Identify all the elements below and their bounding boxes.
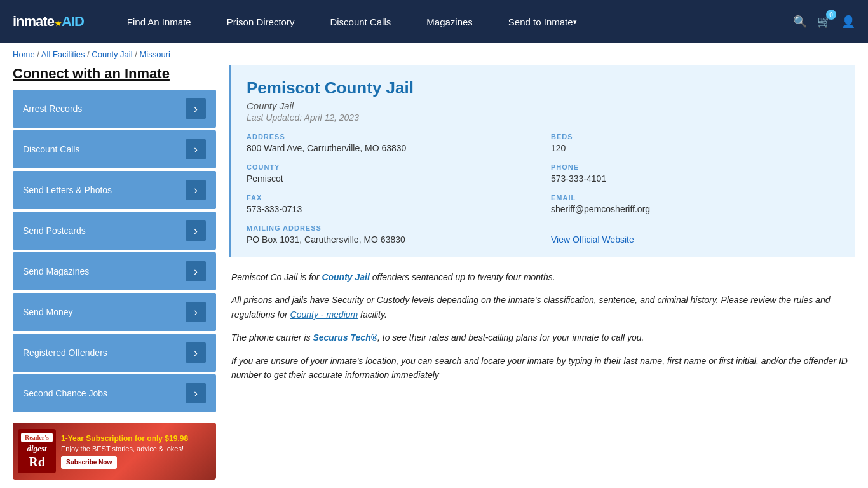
main-nav: Find An Inmate Prison Directory Discount…: [109, 0, 793, 43]
address-value: 800 Ward Ave, Carrutherville, MO 63830: [247, 143, 536, 153]
sidebar: Connect with an Inmate Arrest Records › …: [13, 65, 216, 480]
sidebar-item-send-magazines[interactable]: Send Magazines ›: [13, 252, 216, 290]
beds-block: BEDS 120: [551, 133, 840, 153]
ad-subscribe-button[interactable]: Subscribe Now: [61, 456, 117, 469]
mailing-value: PO Box 1031, Caruthersville, MO 63830: [247, 234, 536, 245]
website-block: View Official Website: [551, 224, 840, 245]
email-label: EMAIL: [551, 194, 840, 201]
ad-logo: Reader's digest Rd: [18, 429, 56, 473]
ad-title: 1-Year Subscription for only $19.98: [61, 433, 188, 444]
nav-magazines[interactable]: Magazines: [409, 0, 491, 43]
sidebar-item-label: Send Money: [23, 307, 73, 317]
sidebar-item-label: Send Postcards: [23, 226, 86, 236]
sidebar-item-label: Arrest Records: [23, 104, 82, 114]
email-block: EMAIL sheriff@pemcosheriff.org: [551, 194, 840, 214]
phone-label: PHONE: [551, 163, 840, 171]
sidebar-arrow-icon: ›: [186, 302, 206, 322]
nav-send-to-inmate[interactable]: Send to Inmate: [491, 0, 595, 43]
ad-subtitle: Enjoy the BEST stories, advice & jokes!: [61, 444, 188, 454]
header-icons: 🔍 🛒 0 👤: [793, 15, 855, 29]
breadcrumb-all-facilities[interactable]: All Facilities: [41, 50, 85, 59]
breadcrumb-county-jail[interactable]: County Jail: [92, 50, 132, 59]
sidebar-arrow-icon: ›: [186, 220, 206, 241]
sidebar-item-send-money[interactable]: Send Money ›: [13, 293, 216, 331]
sidebar-arrow-icon: ›: [186, 139, 206, 159]
sidebar-arrow-icon: ›: [186, 261, 206, 281]
mailing-label: MAILING ADDRESS: [247, 224, 536, 232]
breadcrumb-missouri[interactable]: Missouri: [139, 50, 170, 59]
county-jail-link[interactable]: County Jail: [322, 272, 369, 282]
sidebar-item-label: Send Magazines: [23, 266, 89, 276]
breadcrumb-home[interactable]: Home: [13, 50, 35, 59]
description-para2: All prisons and jails have Security or C…: [231, 293, 853, 322]
securus-link[interactable]: Securus Tech®: [313, 332, 377, 342]
sidebar-item-second-chance-jobs[interactable]: Second Chance Jobs ›: [13, 374, 216, 412]
sidebar-arrow-icon: ›: [186, 383, 206, 403]
sidebar-item-discount-calls[interactable]: Discount Calls ›: [13, 130, 216, 168]
sidebar-item-arrest-records[interactable]: Arrest Records ›: [13, 90, 216, 128]
description-para4: If you are unsure of your inmate's locat…: [231, 354, 853, 383]
sidebar-item-label: Registered Offenders: [23, 348, 107, 358]
address-block: ADDRESS 800 Ward Ave, Carrutherville, MO…: [247, 133, 536, 153]
sidebar-arrow-icon: ›: [186, 180, 206, 200]
mailing-block: MAILING ADDRESS PO Box 1031, Caruthersvi…: [247, 224, 536, 245]
cart-badge: 0: [826, 10, 836, 20]
sidebar-menu: Arrest Records › Discount Calls › Send L…: [13, 90, 216, 412]
county-label: COUNTY: [247, 163, 536, 171]
sidebar-item-send-postcards[interactable]: Send Postcards ›: [13, 212, 216, 250]
fax-label: FAX: [247, 194, 536, 201]
main-container: Connect with an Inmate Arrest Records › …: [0, 65, 868, 488]
county-block: COUNTY Pemiscot: [247, 163, 536, 184]
sidebar-arrow-icon: ›: [186, 342, 206, 363]
sidebar-item-label: Second Chance Jobs: [23, 388, 107, 398]
facility-name: Pemiscot County Jail: [247, 78, 840, 98]
ad-content: 1-Year Subscription for only $19.98 Enjo…: [61, 433, 188, 469]
sidebar-title: Connect with an Inmate: [13, 65, 216, 82]
sidebar-item-label: Send Letters & Photos: [23, 185, 112, 195]
description: Pemiscot Co Jail is for County Jail offe…: [229, 270, 855, 382]
description-para3: The phone carrier is Securus Tech®, to s…: [231, 330, 853, 344]
logo[interactable]: inmate★AID: [13, 13, 84, 30]
search-icon[interactable]: 🔍: [793, 15, 807, 29]
address-label: ADDRESS: [247, 133, 536, 140]
facility-updated: Last Updated: April 12, 2023: [247, 112, 840, 123]
phone-block: PHONE 573-333-4101: [551, 163, 840, 184]
ad-logo-text: Rd: [29, 455, 45, 470]
info-grid: ADDRESS 800 Ward Ave, Carrutherville, MO…: [247, 133, 840, 245]
fax-block: FAX 573-333-0713: [247, 194, 536, 214]
sidebar-item-send-letters[interactable]: Send Letters & Photos ›: [13, 171, 216, 209]
county-medium-link[interactable]: County - medium: [290, 309, 358, 320]
fax-value: 573-333-0713: [247, 204, 536, 214]
phone-value: 573-333-4101: [551, 173, 840, 184]
main-content: Pemiscot County Jail County Jail Last Up…: [229, 65, 855, 480]
header: inmate★AID Find An Inmate Prison Directo…: [0, 0, 868, 43]
nav-prison-directory[interactable]: Prison Directory: [209, 0, 313, 43]
sidebar-ad[interactable]: Reader's digest Rd 1-Year Subscription f…: [13, 423, 216, 480]
breadcrumb: Home / All Facilities / County Jail / Mi…: [0, 43, 868, 65]
beds-label: BEDS: [551, 133, 840, 140]
facility-type: County Jail: [247, 100, 840, 111]
user-icon[interactable]: 👤: [841, 15, 855, 29]
email-value: sheriff@pemcosheriff.org: [551, 204, 840, 214]
cart-icon[interactable]: 🛒 0: [817, 15, 831, 29]
sidebar-arrow-icon: ›: [186, 98, 206, 119]
sidebar-item-registered-offenders[interactable]: Registered Offenders ›: [13, 334, 216, 372]
sidebar-item-label: Discount Calls: [23, 144, 79, 154]
website-link[interactable]: View Official Website: [551, 234, 634, 245]
logo-text: inmate★AID: [13, 13, 84, 30]
county-value: Pemiscot: [247, 173, 536, 184]
description-para1: Pemiscot Co Jail is for County Jail offe…: [231, 270, 853, 284]
nav-find-inmate[interactable]: Find An Inmate: [109, 0, 209, 43]
nav-discount-calls[interactable]: Discount Calls: [312, 0, 409, 43]
beds-value: 120: [551, 143, 840, 153]
facility-card: Pemiscot County Jail County Jail Last Up…: [229, 65, 855, 257]
